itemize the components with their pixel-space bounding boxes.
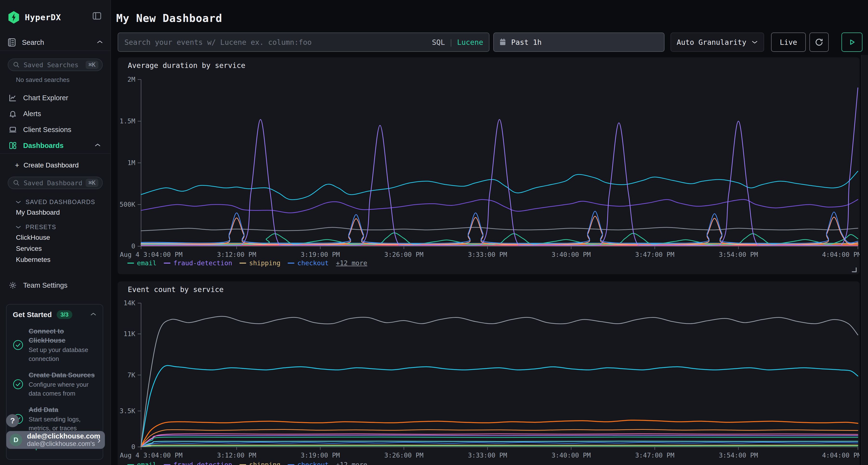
sidebar: HyperDX Search ⌘K No saved searches Char… [0,0,111,465]
svg-text:4:04:00 PM: 4:04:00 PM [822,251,860,258]
chart-explorer-icon [9,94,17,102]
user-email: dale@clickhouse.com [27,432,93,440]
svg-text:2M: 2M [127,76,135,83]
svg-text:3:47:00 PM: 3:47:00 PM [635,452,674,459]
logo[interactable]: HyperDX [8,11,61,24]
get-started-item-add-data[interactable]: Add Data Start sending logs, metrics, or… [13,405,96,433]
legend-item-fraud-detection[interactable]: fraud-detection [164,461,232,465]
sidebar-item-clickhouse[interactable]: ClickHouse [16,234,50,241]
get-started-item-sources[interactable]: Create Data Sources Configure where your… [13,371,96,398]
granularity-select[interactable]: Auto Granularity [671,33,764,52]
shortcut-badge: ⌘K [86,179,98,187]
legend-item-email[interactable]: email [127,259,156,267]
sidebar-item-dashboards[interactable]: Dashboards [0,140,111,151]
hyperdx-logo-icon [8,11,20,24]
saved-dashboards-input[interactable]: ⌘K [8,176,103,189]
chevron-up-icon [97,40,103,45]
sidebar-item-kubernetes[interactable]: Kubernetes [16,256,51,264]
legend-item-email[interactable]: email [127,461,156,465]
scrollbar-track[interactable] [861,55,868,465]
event-count-chart[interactable]: 14K11K7K3.5K0Aug 4 3:04:00 PM3:12:00 PM3… [118,281,860,465]
refresh-icon [814,38,824,47]
legend-item-shipping[interactable]: shipping [240,259,280,267]
search-icon [13,61,20,68]
svg-text:3:33:00 PM: 3:33:00 PM [468,251,507,258]
saved-searches-input[interactable]: ⌘K [8,59,103,71]
check-circle-icon [13,340,23,350]
get-started-item-connect[interactable]: Connect to ClickHouse Set up your databa… [13,327,96,363]
task-desc: Set up your database connection [29,345,96,363]
event-search-input[interactable]: SQL | Lucene [118,33,490,52]
legend-more-link[interactable]: +12 more [336,461,367,465]
laptop-icon [9,126,17,134]
sidebar-collapse-icon[interactable] [93,12,101,21]
legend-item-checkout[interactable]: checkout [288,259,329,267]
user-sub-text: dale@clickhouse.com's [27,440,93,447]
time-range-value: Past 1h [511,38,541,46]
saved-dashboards-section-header[interactable]: SAVED DASHBOARDS [16,199,95,205]
search-section-header[interactable]: Search [8,38,103,47]
play-icon [848,38,856,46]
help-button[interactable]: ? [6,414,19,427]
user-menu[interactable]: D dale@clickhouse.com dale@clickhouse.co… [6,431,105,449]
svg-text:3:54:00 PM: 3:54:00 PM [719,452,758,459]
chevron-down-icon [751,40,758,44]
logo-text: HyperDX [25,12,61,22]
chevron-up-icon[interactable] [90,312,96,317]
task-desc: Configure where your data comes from [29,380,96,398]
svg-text:3:54:00 PM: 3:54:00 PM [719,251,758,258]
sidebar-item-label: Team Settings [23,281,67,289]
chart-panel-avg-duration: Average duration by service 2M1.5M1M500K… [118,57,860,274]
sidebar-item-label: Chart Explorer [23,94,68,102]
sidebar-item-label: Client Sessions [23,126,71,134]
sidebar-item-alerts[interactable]: Alerts [0,108,111,120]
sidebar-item-services[interactable]: Services [16,245,42,253]
chevron-right-icon: › [97,435,100,445]
svg-text:3:12:00 PM: 3:12:00 PM [217,452,256,459]
svg-text:3:12:00 PM: 3:12:00 PM [217,251,256,258]
sidebar-item-chart-explorer[interactable]: Chart Explorer [0,92,111,104]
sidebar-item-label: Alerts [23,110,41,118]
legend-item-checkout[interactable]: checkout [288,461,329,465]
svg-text:3:33:00 PM: 3:33:00 PM [468,452,507,459]
task-title: Add Data [29,405,96,414]
svg-text:Aug 4 3:04:00 PM: Aug 4 3:04:00 PM [120,251,183,258]
live-button[interactable]: Live [771,33,806,52]
section-header-label: SAVED DASHBOARDS [26,199,95,205]
panel-resize-handle[interactable] [852,267,857,272]
create-dashboard-button[interactable]: + Create Dashboard [0,160,111,171]
search-section-label: Search [22,38,44,46]
svg-text:1.5M: 1.5M [120,117,135,125]
hyperdx-app: HyperDX Search ⌘K No saved searches Char… [0,0,868,465]
language-toggle-sql[interactable]: SQL [432,38,445,46]
task-desc: Start sending logs, metrics, or traces [29,415,96,433]
svg-text:3:47:00 PM: 3:47:00 PM [635,251,674,258]
refresh-button[interactable] [809,33,829,52]
chevron-up-icon [94,143,101,148]
avg-duration-chart[interactable]: 2M1.5M1M500K0Aug 4 3:04:00 PM3:12:00 PM3… [118,57,860,274]
live-button-label: Live [780,38,797,46]
svg-text:3:19:00 PM: 3:19:00 PM [301,251,340,258]
sidebar-item-client-sessions[interactable]: Client Sessions [0,124,111,135]
presets-section-header[interactable]: PRESETS [16,224,56,231]
legend-item-shipping[interactable]: shipping [240,461,280,465]
avatar: D [10,434,22,446]
svg-text:3.5K: 3.5K [120,407,135,414]
get-started-title: Get Started [13,310,52,319]
svg-text:4:04:00 PM: 4:04:00 PM [822,452,860,459]
language-toggle-lucene[interactable]: Lucene [457,38,483,46]
get-started-progress-badge: 3/3 [57,310,72,319]
chart-panel-event-count: Event count by service 14K11K7K3.5K0Aug … [118,281,860,465]
dashboards-icon [9,141,17,150]
run-query-button[interactable] [841,33,863,52]
sidebar-item-team-settings[interactable]: Team Settings [0,279,111,291]
svg-text:14K: 14K [123,299,135,307]
bell-icon [9,110,17,118]
plus-icon: + [15,161,19,169]
sidebar-item-my-dashboard[interactable]: My Dashboard [16,209,60,217]
legend-item-fraud-detection[interactable]: fraud-detection [164,259,232,267]
svg-text:3:40:00 PM: 3:40:00 PM [552,452,591,459]
time-range-picker[interactable]: Past 1h [493,33,664,52]
shortcut-badge: ⌘K [86,61,98,69]
legend-more-link[interactable]: +12 more [336,259,367,267]
